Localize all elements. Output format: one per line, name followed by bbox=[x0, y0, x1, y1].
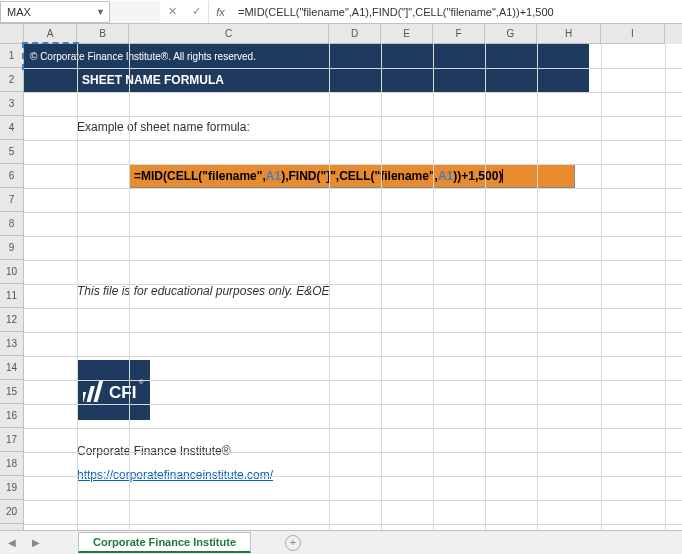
name-formula-bar: MAX ▼ ✕ ✓ fx bbox=[0, 0, 682, 24]
name-box[interactable]: MAX ▼ bbox=[0, 1, 110, 23]
row-header-12[interactable]: 12 bbox=[0, 308, 24, 332]
col-header-B[interactable]: B bbox=[77, 24, 129, 44]
fx-icon[interactable]: fx bbox=[208, 1, 232, 23]
row-header-9[interactable]: 9 bbox=[0, 236, 24, 260]
row-header-16[interactable]: 16 bbox=[0, 404, 24, 428]
row-header-14[interactable]: 14 bbox=[0, 356, 24, 380]
row-header-15[interactable]: 15 bbox=[0, 380, 24, 404]
column-headers: A B C D E F G H I bbox=[0, 24, 682, 44]
col-header-C[interactable]: C bbox=[129, 24, 329, 44]
logo-text: CFI bbox=[109, 383, 136, 402]
row-header-11[interactable]: 11 bbox=[0, 284, 24, 308]
col-header-E[interactable]: E bbox=[381, 24, 433, 44]
sheet-tab-active[interactable]: Corporate Finance Institute bbox=[78, 532, 251, 553]
svg-rect-2 bbox=[93, 380, 103, 402]
row-header-10[interactable]: 10 bbox=[0, 260, 24, 284]
row-header-19[interactable]: 19 bbox=[0, 476, 24, 500]
col-header-A[interactable]: A bbox=[24, 24, 77, 44]
company-url-link[interactable]: https://corporatefinanceinstitute.com/ bbox=[77, 468, 273, 482]
row-header-13[interactable]: 13 bbox=[0, 332, 24, 356]
row-header-17[interactable]: 17 bbox=[0, 428, 24, 452]
formula-editing-cell[interactable]: =MID(CELL("filename",A1),FIND("]",CELL("… bbox=[129, 164, 575, 188]
row-header-6[interactable]: 6 bbox=[0, 164, 24, 188]
cancel-icon[interactable]: ✕ bbox=[160, 1, 184, 23]
dropdown-icon[interactable]: ▼ bbox=[96, 7, 105, 17]
svg-rect-0 bbox=[83, 392, 86, 402]
row-headers: 123456789101112131415161718192021 bbox=[0, 44, 24, 530]
cfi-logo: CFI ® bbox=[78, 360, 150, 420]
row-header-8[interactable]: 8 bbox=[0, 212, 24, 236]
disclaimer-note: This file is for educational purposes on… bbox=[77, 284, 330, 298]
row-header-3[interactable]: 3 bbox=[0, 92, 24, 116]
name-box-value: MAX bbox=[7, 6, 31, 18]
select-all-corner[interactable] bbox=[0, 24, 24, 44]
col-header-G[interactable]: G bbox=[485, 24, 537, 44]
col-header-F[interactable]: F bbox=[433, 24, 485, 44]
col-header-D[interactable]: D bbox=[329, 24, 381, 44]
company-name: Corporate Finance Institute® bbox=[77, 444, 231, 458]
spacer bbox=[110, 1, 160, 23]
row-header-4[interactable]: 4 bbox=[0, 116, 24, 140]
copyright-text: © Corporate Finance Institute®. All righ… bbox=[24, 44, 589, 68]
svg-rect-1 bbox=[86, 386, 94, 402]
confirm-icon[interactable]: ✓ bbox=[184, 1, 208, 23]
row-header-5[interactable]: 5 bbox=[0, 140, 24, 164]
row-header-18[interactable]: 18 bbox=[0, 452, 24, 476]
formula-input[interactable] bbox=[232, 1, 682, 23]
spreadsheet-grid: A B C D E F G H I 1234567891011121314151… bbox=[0, 24, 682, 530]
example-label: Example of sheet name formula: bbox=[77, 120, 250, 134]
row-header-20[interactable]: 20 bbox=[0, 500, 24, 524]
tab-nav-next-icon[interactable]: ▶ bbox=[24, 531, 48, 555]
text-cursor bbox=[502, 169, 503, 183]
sheet-tab-bar: ◀ ▶ Corporate Finance Institute + bbox=[0, 530, 682, 554]
row-header-7[interactable]: 7 bbox=[0, 188, 24, 212]
banner-title: SHEET NAME FORMULA bbox=[24, 68, 589, 92]
col-header-I[interactable]: I bbox=[601, 24, 665, 44]
cells-area[interactable]: © Corporate Finance Institute®. All righ… bbox=[24, 44, 682, 530]
tab-nav-prev-icon[interactable]: ◀ bbox=[0, 531, 24, 555]
row-header-2[interactable]: 2 bbox=[0, 68, 24, 92]
new-sheet-button[interactable]: + bbox=[281, 531, 305, 555]
row-header-1[interactable]: 1 bbox=[0, 44, 24, 68]
col-header-H[interactable]: H bbox=[537, 24, 601, 44]
